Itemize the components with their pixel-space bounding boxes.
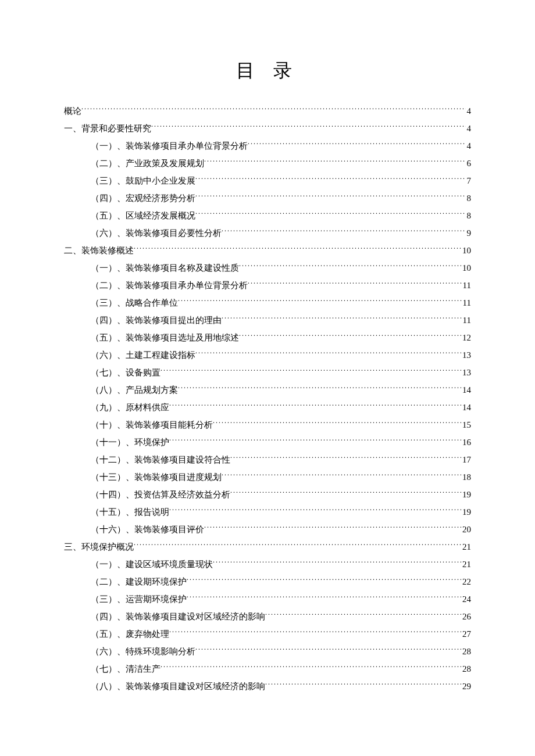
toc-leader-dots	[160, 663, 461, 672]
toc-entry[interactable]: （十五）、报告说明19	[64, 503, 471, 521]
toc-entry[interactable]: （十六）、装饰装修项目评价20	[64, 521, 471, 538]
toc-entry-page: 6	[466, 155, 472, 172]
toc-entry-label: （十四）、投资估算及经济效益分析	[91, 486, 230, 503]
toc-entry-page: 27	[461, 625, 471, 643]
toc-entry[interactable]: （七）、清洁生产28	[64, 660, 471, 678]
toc-leader-dots	[222, 314, 462, 323]
toc-entry[interactable]: （六）、装饰装修项目必要性分析9	[64, 224, 471, 242]
toc-entry-label: （三）、运营期环境保护	[91, 590, 187, 608]
toc-leader-dots	[195, 175, 466, 184]
toc-leader-dots	[169, 402, 461, 410]
toc-leader-dots	[187, 576, 461, 585]
toc-entry-page: 13	[461, 346, 471, 364]
toc-entry-page: 7	[466, 172, 472, 189]
toc-entry[interactable]: （二）、建设期环境保护22	[64, 573, 471, 590]
toc-entry-label: （七）、设备购置	[91, 364, 160, 381]
toc-entry[interactable]: （九）、原材料供应14	[64, 399, 471, 416]
toc-entry[interactable]: （一）、装饰装修项目名称及建设性质10	[64, 259, 471, 277]
toc-entry-label: 三、环境保护概况	[64, 538, 134, 556]
toc-entry[interactable]: 概论4	[64, 102, 471, 120]
toc-leader-dots	[265, 680, 461, 689]
toc-entry-page: 14	[461, 381, 471, 399]
toc-entry-label: （二）、建设期环境保护	[91, 573, 187, 590]
toc-leader-dots	[195, 192, 466, 201]
toc-leader-dots	[222, 471, 461, 480]
toc-entry-page: 4	[466, 137, 472, 155]
toc-entry-label: （四）、宏观经济形势分析	[91, 189, 195, 207]
toc-leader-dots	[195, 210, 466, 218]
toc-entry-label: （六）、土建工程建设指标	[91, 346, 195, 364]
toc-entry[interactable]: （五）、装饰装修项目选址及用地综述12	[64, 329, 471, 346]
toc-leader-dots	[187, 593, 461, 602]
toc-entry[interactable]: （二）、产业政策及发展规划6	[64, 155, 471, 172]
toc-leader-dots	[222, 227, 466, 236]
toc-entry[interactable]: 三、环境保护概况21	[64, 538, 471, 556]
toc-entry-page: 4	[466, 120, 472, 137]
toc-entry-label: （五）、废弃物处理	[91, 625, 169, 643]
toc-leader-dots	[204, 524, 461, 532]
toc-entry-page: 29	[461, 678, 471, 695]
toc-entry-label: （十五）、报告说明	[91, 503, 169, 521]
toc-entry[interactable]: （四）、装饰装修项目建设对区域经济的影响26	[64, 608, 471, 625]
toc-entry[interactable]: （一）、装饰装修项目承办单位背景分析4	[64, 137, 471, 155]
toc-entry[interactable]: （十四）、投资估算及经济效益分析19	[64, 486, 471, 503]
toc-leader-dots	[178, 384, 461, 393]
toc-entry[interactable]: （四）、装饰装修项目提出的理由11	[64, 311, 471, 329]
toc-entry-page: 18	[461, 468, 471, 486]
toc-leader-dots	[213, 419, 461, 428]
toc-leader-dots	[195, 349, 461, 358]
toc-entry-label: （三）、鼓励中小企业发展	[91, 172, 195, 189]
toc-entry[interactable]: （七）、设备购置13	[64, 364, 471, 381]
toc-leader-dots	[213, 558, 461, 567]
toc-entry[interactable]: （五）、区域经济发展概况8	[64, 207, 471, 224]
toc-entry[interactable]: （三）、运营期环境保护24	[64, 590, 471, 608]
toc-entry-page: 20	[461, 521, 471, 538]
toc-entry-page: 26	[461, 608, 471, 625]
toc-entry-label: （十三）、装饰装修项目进度规划	[91, 468, 222, 486]
toc-entry[interactable]: （十二）、装饰装修项目建设符合性17	[64, 451, 471, 468]
toc-entry-label: （二）、装饰装修项目承办单位背景分析	[91, 277, 248, 294]
toc-leader-dots	[248, 140, 466, 149]
toc-entry-page: 21	[461, 556, 471, 573]
toc-leader-dots	[134, 245, 461, 253]
toc-entry[interactable]: （五）、废弃物处理27	[64, 625, 471, 643]
toc-entry-label: 二、装饰装修概述	[64, 242, 134, 259]
toc-entry[interactable]: （三）、鼓励中小企业发展7	[64, 172, 471, 189]
toc-entry[interactable]: （六）、土建工程建设指标13	[64, 346, 471, 364]
toc-entry[interactable]: 一、背景和必要性研究4	[64, 120, 471, 137]
toc-entry[interactable]: （六）、特殊环境影响分析28	[64, 643, 471, 660]
toc-entry-page: 4	[466, 102, 472, 120]
table-of-contents: 概论4一、背景和必要性研究4（一）、装饰装修项目承办单位背景分析4（二）、产业政…	[64, 102, 471, 695]
toc-entry-page: 19	[461, 503, 471, 521]
toc-entry-label: （八）、产品规划方案	[91, 381, 178, 399]
toc-entry-label: （一）、装饰装修项目承办单位背景分析	[91, 137, 248, 155]
toc-entry-page: 14	[461, 399, 471, 416]
toc-entry-label: （九）、原材料供应	[91, 399, 169, 416]
toc-entry-label: （六）、装饰装修项目必要性分析	[91, 224, 222, 242]
toc-entry-page: 11	[462, 311, 471, 329]
toc-leader-dots	[81, 105, 466, 114]
toc-entry[interactable]: （四）、宏观经济形势分析8	[64, 189, 471, 207]
toc-entry[interactable]: （一）、建设区域环境质量现状21	[64, 556, 471, 573]
toc-entry[interactable]: （十三）、装饰装修项目进度规划18	[64, 468, 471, 486]
toc-leader-dots	[265, 611, 461, 619]
toc-entry-label: （八）、装饰装修项目建设对区域经济的影响	[91, 678, 265, 695]
toc-entry-label: （十一）、环境保护	[91, 433, 169, 451]
page-title: 目 录	[64, 58, 471, 84]
toc-leader-dots	[195, 646, 461, 654]
toc-entry[interactable]: （八）、产品规划方案14	[64, 381, 471, 399]
toc-entry[interactable]: （八）、装饰装修项目建设对区域经济的影响29	[64, 678, 471, 695]
toc-entry-label: （七）、清洁生产	[91, 660, 160, 678]
toc-entry[interactable]: （十）、装饰装修项目能耗分析15	[64, 416, 471, 433]
toc-entry-label: （四）、装饰装修项目提出的理由	[91, 311, 222, 329]
toc-entry-label: （五）、装饰装修项目选址及用地综述	[91, 329, 239, 346]
toc-entry[interactable]: （十一）、环境保护16	[64, 433, 471, 451]
toc-leader-dots	[178, 297, 462, 306]
toc-entry[interactable]: （三）、战略合作单位11	[64, 294, 471, 311]
toc-entry-page: 28	[461, 643, 471, 660]
toc-leader-dots	[151, 123, 466, 131]
toc-entry-label: （十六）、装饰装修项目评价	[91, 521, 204, 538]
toc-entry[interactable]: （二）、装饰装修项目承办单位背景分析11	[64, 277, 471, 294]
toc-entry-page: 17	[461, 451, 471, 468]
toc-entry[interactable]: 二、装饰装修概述10	[64, 242, 471, 259]
